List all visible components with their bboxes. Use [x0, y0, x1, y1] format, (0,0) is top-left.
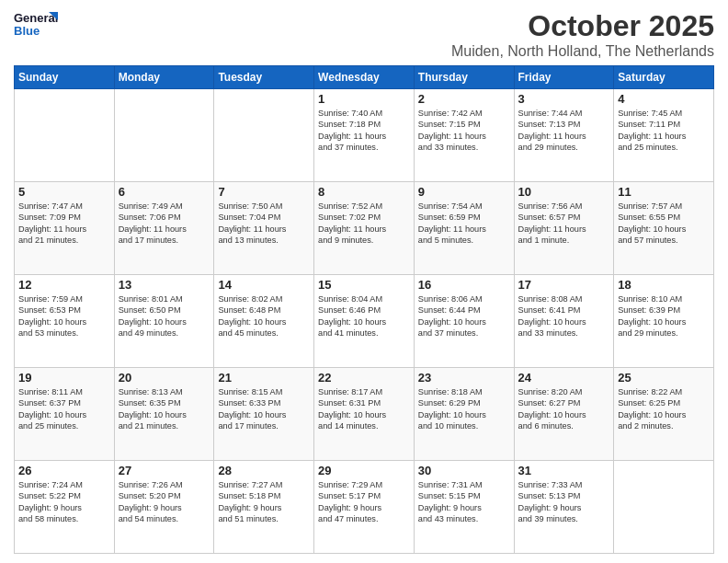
calendar-cell-w4d6: 24Sunrise: 8:20 AM Sunset: 6:27 PM Dayli… [514, 368, 614, 461]
day-number: 27 [119, 464, 210, 477]
day-info: Sunrise: 7:29 AM Sunset: 5:17 PM Dayligh… [318, 479, 410, 525]
calendar-cell-w1d7: 4Sunrise: 7:45 AM Sunset: 7:11 PM Daylig… [614, 89, 714, 182]
day-info: Sunrise: 7:27 AM Sunset: 5:18 PM Dayligh… [218, 479, 310, 525]
calendar-cell-w5d6: 31Sunrise: 7:33 AM Sunset: 5:13 PM Dayli… [514, 461, 614, 554]
calendar-cell-w1d1 [15, 89, 115, 182]
calendar-cell-w3d6: 17Sunrise: 8:08 AM Sunset: 6:41 PM Dayli… [514, 275, 614, 368]
calendar-cell-w5d7 [614, 461, 714, 554]
day-info: Sunrise: 7:59 AM Sunset: 6:53 PM Dayligh… [18, 293, 110, 339]
calendar-cell-w4d2: 20Sunrise: 8:13 AM Sunset: 6:35 PM Dayli… [114, 368, 214, 461]
day-number: 28 [218, 464, 310, 477]
calendar-cell-w3d7: 18Sunrise: 8:10 AM Sunset: 6:39 PM Dayli… [614, 275, 714, 368]
day-info: Sunrise: 8:11 AM Sunset: 6:37 PM Dayligh… [18, 386, 110, 432]
main-title: October 2025 [451, 9, 714, 43]
page: GeneralBlue October 2025 Muiden, North H… [0, 0, 728, 563]
day-info: Sunrise: 8:02 AM Sunset: 6:48 PM Dayligh… [218, 293, 310, 339]
day-info: Sunrise: 7:49 AM Sunset: 7:06 PM Dayligh… [119, 201, 210, 247]
day-number: 18 [618, 278, 710, 292]
calendar-cell-w2d5: 9Sunrise: 7:54 AM Sunset: 6:59 PM Daylig… [414, 182, 514, 275]
calendar-cell-w3d1: 12Sunrise: 7:59 AM Sunset: 6:53 PM Dayli… [15, 275, 115, 368]
day-number: 4 [618, 92, 710, 106]
calendar-table: Sunday Monday Tuesday Wednesday Thursday… [14, 65, 714, 554]
calendar-cell-w2d2: 6Sunrise: 7:49 AM Sunset: 7:06 PM Daylig… [114, 182, 214, 275]
day-number: 21 [218, 371, 310, 385]
day-number: 17 [518, 278, 610, 292]
day-info: Sunrise: 8:20 AM Sunset: 6:27 PM Dayligh… [518, 386, 610, 432]
col-friday: Friday [514, 66, 614, 89]
calendar-cell-w1d4: 1Sunrise: 7:40 AM Sunset: 7:18 PM Daylig… [314, 89, 415, 182]
day-number: 16 [418, 278, 510, 292]
title-block: October 2025 Muiden, North Holland, The … [451, 9, 714, 60]
col-wednesday: Wednesday [314, 66, 415, 89]
col-thursday: Thursday [414, 66, 514, 89]
calendar-cell-w1d2 [114, 89, 214, 182]
calendar-cell-w4d4: 22Sunrise: 8:17 AM Sunset: 6:31 PM Dayli… [314, 368, 415, 461]
day-number: 19 [18, 371, 110, 385]
day-number: 8 [318, 185, 410, 199]
calendar-header-row: Sunday Monday Tuesday Wednesday Thursday… [15, 66, 714, 89]
day-info: Sunrise: 7:50 AM Sunset: 7:04 PM Dayligh… [218, 201, 310, 247]
day-number: 5 [18, 185, 110, 199]
day-number: 30 [418, 464, 510, 477]
day-info: Sunrise: 7:40 AM Sunset: 7:18 PM Dayligh… [318, 108, 410, 154]
week-row-2: 5Sunrise: 7:47 AM Sunset: 7:09 PM Daylig… [15, 182, 714, 275]
day-number: 9 [418, 185, 510, 199]
day-info: Sunrise: 7:26 AM Sunset: 5:20 PM Dayligh… [119, 479, 210, 525]
day-number: 23 [418, 371, 510, 385]
day-number: 10 [518, 185, 610, 199]
col-sunday: Sunday [15, 66, 115, 89]
svg-text:Blue: Blue [14, 24, 40, 38]
day-info: Sunrise: 7:54 AM Sunset: 6:59 PM Dayligh… [418, 201, 510, 247]
day-number: 13 [119, 278, 210, 292]
logo: GeneralBlue [14, 9, 64, 41]
subtitle: Muiden, North Holland, The Netherlands [451, 43, 714, 60]
calendar-cell-w5d2: 27Sunrise: 7:26 AM Sunset: 5:20 PM Dayli… [114, 461, 214, 554]
calendar-cell-w2d7: 11Sunrise: 7:57 AM Sunset: 6:55 PM Dayli… [614, 182, 714, 275]
day-info: Sunrise: 8:10 AM Sunset: 6:39 PM Dayligh… [618, 293, 710, 339]
calendar-cell-w4d1: 19Sunrise: 8:11 AM Sunset: 6:37 PM Dayli… [15, 368, 115, 461]
calendar-cell-w3d3: 14Sunrise: 8:02 AM Sunset: 6:48 PM Dayli… [214, 275, 314, 368]
logo-svg: GeneralBlue [14, 9, 64, 41]
day-number: 7 [218, 185, 310, 199]
calendar-cell-w1d6: 3Sunrise: 7:44 AM Sunset: 7:13 PM Daylig… [514, 89, 614, 182]
week-row-1: 1Sunrise: 7:40 AM Sunset: 7:18 PM Daylig… [15, 89, 714, 182]
day-info: Sunrise: 8:13 AM Sunset: 6:35 PM Dayligh… [119, 386, 210, 432]
day-number: 11 [618, 185, 710, 199]
day-info: Sunrise: 7:44 AM Sunset: 7:13 PM Dayligh… [518, 108, 610, 154]
day-number: 12 [18, 278, 110, 292]
day-info: Sunrise: 7:56 AM Sunset: 6:57 PM Dayligh… [518, 201, 610, 247]
calendar-cell-w3d2: 13Sunrise: 8:01 AM Sunset: 6:50 PM Dayli… [114, 275, 214, 368]
day-number: 24 [518, 371, 610, 385]
calendar-cell-w5d1: 26Sunrise: 7:24 AM Sunset: 5:22 PM Dayli… [15, 461, 115, 554]
day-info: Sunrise: 8:15 AM Sunset: 6:33 PM Dayligh… [218, 386, 310, 432]
day-number: 22 [318, 371, 410, 385]
day-info: Sunrise: 8:17 AM Sunset: 6:31 PM Dayligh… [318, 386, 410, 432]
day-number: 15 [318, 278, 410, 292]
col-tuesday: Tuesday [214, 66, 314, 89]
calendar-cell-w4d7: 25Sunrise: 8:22 AM Sunset: 6:25 PM Dayli… [614, 368, 714, 461]
calendar-cell-w5d4: 29Sunrise: 7:29 AM Sunset: 5:17 PM Dayli… [314, 461, 415, 554]
calendar-cell-w1d5: 2Sunrise: 7:42 AM Sunset: 7:15 PM Daylig… [414, 89, 514, 182]
day-number: 26 [18, 464, 110, 477]
day-number: 2 [418, 92, 510, 106]
day-number: 1 [318, 92, 410, 106]
calendar-cell-w5d3: 28Sunrise: 7:27 AM Sunset: 5:18 PM Dayli… [214, 461, 314, 554]
day-info: Sunrise: 7:31 AM Sunset: 5:15 PM Dayligh… [418, 479, 510, 525]
day-info: Sunrise: 8:08 AM Sunset: 6:41 PM Dayligh… [518, 293, 610, 339]
calendar-cell-w2d3: 7Sunrise: 7:50 AM Sunset: 7:04 PM Daylig… [214, 182, 314, 275]
week-row-5: 26Sunrise: 7:24 AM Sunset: 5:22 PM Dayli… [15, 461, 714, 554]
day-info: Sunrise: 7:33 AM Sunset: 5:13 PM Dayligh… [518, 479, 610, 525]
calendar-cell-w2d1: 5Sunrise: 7:47 AM Sunset: 7:09 PM Daylig… [15, 182, 115, 275]
calendar-cell-w1d3 [214, 89, 314, 182]
day-info: Sunrise: 8:06 AM Sunset: 6:44 PM Dayligh… [418, 293, 510, 339]
day-info: Sunrise: 8:01 AM Sunset: 6:50 PM Dayligh… [119, 293, 210, 339]
calendar-body: 1Sunrise: 7:40 AM Sunset: 7:18 PM Daylig… [15, 89, 714, 554]
calendar-cell-w3d4: 15Sunrise: 8:04 AM Sunset: 6:46 PM Dayli… [314, 275, 415, 368]
calendar-cell-w2d6: 10Sunrise: 7:56 AM Sunset: 6:57 PM Dayli… [514, 182, 614, 275]
calendar-cell-w2d4: 8Sunrise: 7:52 AM Sunset: 7:02 PM Daylig… [314, 182, 415, 275]
day-info: Sunrise: 7:57 AM Sunset: 6:55 PM Dayligh… [618, 201, 710, 247]
calendar-cell-w3d5: 16Sunrise: 8:06 AM Sunset: 6:44 PM Dayli… [414, 275, 514, 368]
day-number: 6 [119, 185, 210, 199]
day-number: 3 [518, 92, 610, 106]
day-number: 25 [618, 371, 710, 385]
